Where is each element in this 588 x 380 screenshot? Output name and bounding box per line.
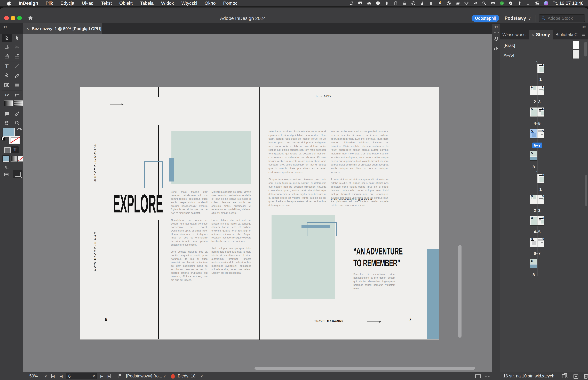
spread-label-b2-3[interactable]: 2–3 (532, 208, 542, 213)
add-page-icon[interactable] (573, 374, 579, 380)
section-a-marker[interactable]: ▼ (536, 60, 538, 63)
menu-item-okno[interactable]: Okno (205, 1, 216, 6)
direct-selection-tool[interactable] (13, 34, 21, 41)
tab-biblioteki[interactable]: Biblioteki C (553, 30, 580, 39)
adobe-stock-search[interactable] (539, 14, 585, 22)
quote-caption[interactable]: Facculpa dio evenditatur, sitem nonestia… (353, 272, 395, 290)
frame-tool[interactable] (3, 81, 11, 89)
type-tool[interactable]: T (3, 63, 11, 70)
menu-clock[interactable]: Pt. 19.07 18:48 (552, 1, 584, 6)
horizontal-scrollbar[interactable] (255, 367, 475, 370)
screen-mirroring-icon[interactable] (358, 1, 363, 6)
section-b-marker[interactable]: ▼ (536, 170, 538, 173)
siri-icon[interactable] (544, 1, 549, 6)
right-col-1[interactable]: Velenitatum asitibus di odis reicabo. Et… (268, 130, 326, 207)
pen-tool[interactable] (3, 72, 11, 79)
spread-label-b8[interactable]: 8 (528, 272, 539, 277)
page-b8-thumbnail[interactable]: B (530, 259, 537, 268)
resize-grip[interactable] (485, 374, 490, 379)
right-col-2[interactable]: Tendae. Volluptam, sedi accae perchiti q… (331, 130, 388, 207)
volume-icon[interactable] (473, 1, 478, 6)
formatting-affects-text[interactable]: T (13, 147, 17, 152)
workspace-chevron-icon[interactable]: ∨ (528, 16, 531, 21)
page-6-thumbnail-selected[interactable]: A (530, 129, 537, 138)
m-circle-icon[interactable]: M (375, 1, 381, 6)
page-2-thumbnail[interactable]: A (530, 86, 537, 95)
spread-label-b4-5[interactable]: 4–5 (532, 230, 542, 234)
quote-rule[interactable] (350, 216, 350, 269)
display-icon[interactable] (455, 1, 460, 6)
page-b6-thumbnail[interactable]: B (530, 238, 537, 247)
content-placer-tool[interactable] (13, 53, 21, 60)
last-page-button[interactable]: ▶ (108, 374, 111, 378)
error-count[interactable]: Błędy: 18 (178, 374, 195, 379)
pull-quote[interactable]: “AN ADVENTURETO REMEMBER” (353, 245, 403, 269)
left-outline-frame[interactable] (144, 161, 163, 188)
pages-scrollbar[interactable] (585, 175, 587, 206)
tab-strony[interactable]: ◇Strony (529, 30, 553, 39)
page-b7-thumbnail[interactable]: B (537, 238, 544, 247)
master-brak-thumbnail[interactable] (573, 41, 579, 49)
left-page-arrow-icon[interactable] (110, 103, 124, 107)
sync-icon[interactable] (349, 1, 354, 6)
line-tool[interactable] (13, 63, 21, 70)
footer-arrow-icon[interactable] (367, 320, 382, 324)
fill-color-swatch[interactable] (3, 128, 15, 137)
eyedropper-tool[interactable] (13, 110, 21, 118)
header-date[interactable]: June 20XX (315, 95, 332, 98)
workspace-switcher[interactable]: Podstawy (505, 16, 526, 21)
apply-none-button[interactable] (18, 156, 24, 162)
zoom-tool[interactable] (13, 119, 21, 127)
scissors-tool[interactable]: ✂ (3, 92, 11, 99)
menu-item-plik[interactable]: Plik (46, 1, 53, 6)
hand-tool[interactable] (3, 119, 11, 127)
swap-fill-stroke-icon[interactable] (16, 127, 22, 132)
rule-bottom[interactable] (158, 220, 159, 339)
tab-wlasciwosci[interactable]: Właściwości (500, 30, 529, 39)
control-center-icon[interactable] (535, 1, 540, 6)
header-rule[interactable] (368, 97, 425, 97)
rectangle-tool[interactable] (13, 81, 21, 89)
bluetooth-icon[interactable] (517, 1, 522, 6)
spread-label-2-3[interactable]: 2–3 (532, 99, 542, 104)
spread-label-b1[interactable]: 1 (535, 187, 546, 192)
lock-icon[interactable] (402, 1, 407, 6)
master-a4-thumbnail[interactable] (573, 50, 579, 58)
meet-green-icon[interactable] (499, 1, 505, 6)
page-b1-thumbnail[interactable]: B (537, 174, 544, 183)
page-b4-thumbnail[interactable]: B (530, 216, 537, 225)
document-tab[interactable]: × Bez nazwy–1 @ 50% [Podgląd GPU] (23, 23, 102, 34)
left-blue-bar[interactable] (169, 158, 174, 182)
new-spread-icon[interactable] (561, 373, 568, 380)
page-3-thumbnail[interactable]: A (537, 86, 544, 95)
page-7-thumbnail-selected[interactable]: A (537, 129, 544, 138)
expand-dock-icon[interactable]: << (494, 25, 498, 29)
spread-label-b6-7[interactable]: 6–7 (532, 251, 542, 256)
view-options-icon[interactable] (4, 172, 10, 178)
binoculars-icon[interactable] (366, 1, 372, 6)
masters-scrollbar[interactable] (584, 42, 587, 57)
rule-top-tick[interactable] (158, 87, 159, 97)
page-7[interactable] (260, 87, 439, 340)
spread-label-1[interactable]: 1 (535, 77, 546, 82)
page-field-chevron-icon[interactable]: ∨ (93, 374, 95, 378)
master-brak[interactable]: [Brak] (504, 43, 515, 48)
right-blue-bar[interactable] (302, 225, 330, 228)
preset-chevron-icon[interactable]: ∨ (163, 374, 166, 378)
page-number-field[interactable]: 6 ∨ (66, 373, 97, 379)
creative-cloud-icon[interactable] (411, 1, 416, 6)
collapse-tools-icon[interactable]: << (3, 25, 7, 29)
share-button[interactable]: Udostępnij (471, 15, 499, 22)
menu-item-widok[interactable]: Widok (161, 1, 174, 6)
pill-icon[interactable] (384, 1, 389, 6)
dock-drag-grip[interactable] (494, 32, 500, 33)
page-8-thumbnail[interactable]: A (530, 152, 537, 160)
pencil-tool[interactable] (13, 72, 21, 79)
preflight-preset[interactable]: [Podstawowy] (ro... (126, 374, 162, 379)
menu-item-obiekt[interactable]: Obiekt (119, 1, 133, 6)
headline-explore[interactable]: EXPLORE (113, 191, 163, 216)
first-page-button[interactable]: ◀ (51, 374, 55, 378)
stroke-color-swatch[interactable] (9, 136, 20, 144)
content-collector-tool[interactable] (3, 53, 11, 60)
tools-drag-grip[interactable] (6, 30, 17, 32)
